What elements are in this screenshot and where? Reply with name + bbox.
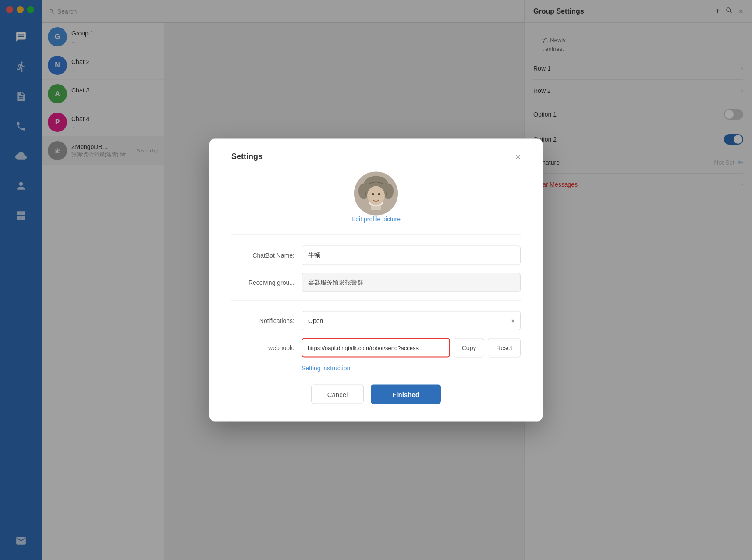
reset-button[interactable]: Reset xyxy=(488,338,521,358)
edit-profile-picture-link[interactable]: Edit profile picture xyxy=(351,216,401,223)
chatbot-name-row: ChatBot Name: xyxy=(231,246,521,265)
chatbot-name-input[interactable] xyxy=(302,246,521,265)
notifications-label: Notifications: xyxy=(231,317,302,324)
svg-point-8 xyxy=(378,193,380,195)
notifications-select-wrapper: Open Close ▾ xyxy=(302,311,521,330)
notifications-row: Notifications: Open Close ▾ xyxy=(231,311,521,330)
divider-1 xyxy=(231,235,521,235)
divider-2 xyxy=(231,300,521,301)
profile-picture[interactable] xyxy=(354,172,398,216)
modal-footer: Cancel Finished xyxy=(231,385,521,404)
modal-title: Settings xyxy=(231,152,262,161)
webhook-row: webhook: Copy Reset xyxy=(231,338,521,358)
cancel-button[interactable]: Cancel xyxy=(311,385,364,404)
svg-point-7 xyxy=(372,193,374,195)
profile-pic-area: Edit profile picture xyxy=(231,172,521,223)
svg-point-6 xyxy=(367,186,385,206)
receiving-group-input xyxy=(302,273,521,292)
modal-close-button[interactable]: × xyxy=(515,152,521,161)
settings-modal: Settings × xyxy=(209,139,543,422)
chatbot-name-label: ChatBot Name: xyxy=(231,252,302,259)
webhook-input-wrapper: Copy Reset xyxy=(302,338,521,358)
webhook-label: webhook: xyxy=(231,344,302,351)
finished-button[interactable]: Finished xyxy=(371,385,441,404)
notifications-select[interactable]: Open Close xyxy=(302,311,521,330)
copy-button[interactable]: Copy xyxy=(454,338,485,358)
receiving-group-row: Receiving grou... xyxy=(231,273,521,292)
receiving-group-label: Receiving grou... xyxy=(231,279,302,286)
webhook-url-input[interactable] xyxy=(302,338,450,358)
modal-header: Settings × xyxy=(231,152,521,161)
setting-instruction-link[interactable]: Setting instruction xyxy=(302,365,521,372)
